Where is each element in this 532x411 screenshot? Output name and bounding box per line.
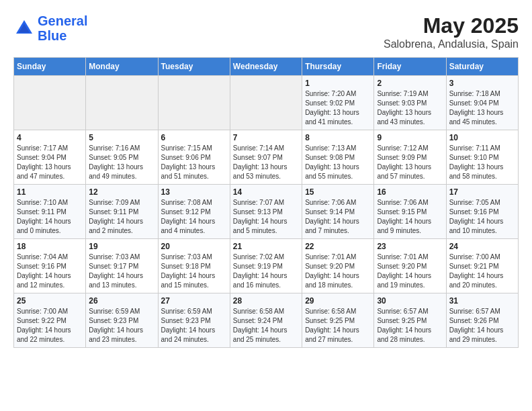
calendar-week-row: 11Sunrise: 7:10 AM Sunset: 9:11 PM Dayli… bbox=[14, 185, 519, 239]
day-content: Sunrise: 7:17 AM Sunset: 9:04 PM Dayligh… bbox=[17, 144, 83, 181]
day-number: 2 bbox=[377, 79, 443, 88]
calendar-cell bbox=[158, 76, 230, 130]
day-content: Sunrise: 7:14 AM Sunset: 9:07 PM Dayligh… bbox=[233, 144, 299, 181]
calendar-cell: 6Sunrise: 7:15 AM Sunset: 9:06 PM Daylig… bbox=[158, 130, 230, 185]
day-content: Sunrise: 6:57 AM Sunset: 9:26 PM Dayligh… bbox=[449, 307, 515, 345]
day-number: 6 bbox=[161, 133, 227, 142]
day-number: 25 bbox=[17, 296, 83, 306]
calendar-cell: 26Sunrise: 6:59 AM Sunset: 9:23 PM Dayli… bbox=[86, 293, 158, 348]
calendar-cell: 24Sunrise: 7:00 AM Sunset: 9:21 PM Dayli… bbox=[446, 239, 518, 293]
day-content: Sunrise: 7:20 AM Sunset: 9:02 PM Dayligh… bbox=[305, 89, 371, 127]
day-content: Sunrise: 7:01 AM Sunset: 9:20 PM Dayligh… bbox=[305, 253, 371, 290]
day-content: Sunrise: 7:02 AM Sunset: 9:19 PM Dayligh… bbox=[233, 253, 299, 290]
day-content: Sunrise: 7:00 AM Sunset: 9:22 PM Dayligh… bbox=[17, 307, 83, 345]
header-day-tuesday: Tuesday bbox=[158, 58, 230, 76]
calendar-cell: 17Sunrise: 7:05 AM Sunset: 9:16 PM Dayli… bbox=[446, 185, 518, 239]
day-content: Sunrise: 7:06 AM Sunset: 9:15 PM Dayligh… bbox=[377, 198, 443, 236]
day-number: 9 bbox=[377, 133, 443, 142]
calendar-week-row: 1Sunrise: 7:20 AM Sunset: 9:02 PM Daylig… bbox=[14, 76, 519, 130]
calendar-cell: 9Sunrise: 7:12 AM Sunset: 9:09 PM Daylig… bbox=[374, 130, 446, 185]
day-number: 20 bbox=[161, 242, 227, 251]
day-number: 26 bbox=[89, 296, 154, 306]
calendar-cell: 22Sunrise: 7:01 AM Sunset: 9:20 PM Dayli… bbox=[302, 239, 374, 293]
day-content: Sunrise: 7:01 AM Sunset: 9:20 PM Dayligh… bbox=[377, 253, 443, 290]
header-day-thursday: Thursday bbox=[302, 58, 374, 76]
calendar-week-row: 25Sunrise: 7:00 AM Sunset: 9:22 PM Dayli… bbox=[14, 293, 519, 348]
day-content: Sunrise: 7:16 AM Sunset: 9:05 PM Dayligh… bbox=[89, 144, 154, 181]
calendar-header-row: SundayMondayTuesdayWednesdayThursdayFrid… bbox=[14, 58, 519, 76]
day-content: Sunrise: 7:15 AM Sunset: 9:06 PM Dayligh… bbox=[161, 144, 227, 181]
calendar-cell: 4Sunrise: 7:17 AM Sunset: 9:04 PM Daylig… bbox=[14, 130, 86, 185]
calendar-table: SundayMondayTuesdayWednesdayThursdayFrid… bbox=[13, 57, 519, 348]
calendar-cell: 14Sunrise: 7:07 AM Sunset: 9:13 PM Dayli… bbox=[230, 185, 302, 239]
day-number: 5 bbox=[89, 133, 154, 142]
day-number: 12 bbox=[89, 187, 154, 197]
day-content: Sunrise: 7:11 AM Sunset: 9:10 PM Dayligh… bbox=[449, 144, 515, 181]
day-content: Sunrise: 7:12 AM Sunset: 9:09 PM Dayligh… bbox=[377, 144, 443, 181]
day-number: 22 bbox=[305, 242, 371, 251]
header-day-friday: Friday bbox=[374, 58, 446, 76]
day-number: 21 bbox=[233, 242, 299, 251]
calendar-cell bbox=[86, 76, 158, 130]
calendar-cell: 1Sunrise: 7:20 AM Sunset: 9:02 PM Daylig… bbox=[302, 76, 374, 130]
sub-title: Salobrena, Andalusia, Spain bbox=[384, 38, 519, 50]
day-number: 8 bbox=[305, 133, 371, 142]
logo-line1: General bbox=[38, 13, 87, 28]
day-number: 29 bbox=[305, 296, 371, 306]
day-number: 18 bbox=[17, 242, 83, 251]
calendar-cell: 2Sunrise: 7:19 AM Sunset: 9:03 PM Daylig… bbox=[374, 76, 446, 130]
day-content: Sunrise: 7:13 AM Sunset: 9:08 PM Dayligh… bbox=[305, 144, 371, 181]
day-content: Sunrise: 6:58 AM Sunset: 9:24 PM Dayligh… bbox=[233, 307, 299, 345]
day-content: Sunrise: 7:08 AM Sunset: 9:12 PM Dayligh… bbox=[161, 198, 227, 236]
calendar-cell: 31Sunrise: 6:57 AM Sunset: 9:26 PM Dayli… bbox=[446, 293, 518, 348]
day-number: 28 bbox=[233, 296, 299, 306]
day-number: 7 bbox=[233, 133, 299, 142]
calendar-cell bbox=[14, 76, 86, 130]
day-content: Sunrise: 7:03 AM Sunset: 9:17 PM Dayligh… bbox=[89, 253, 154, 290]
day-content: Sunrise: 7:03 AM Sunset: 9:18 PM Dayligh… bbox=[161, 253, 227, 290]
day-content: Sunrise: 6:57 AM Sunset: 9:25 PM Dayligh… bbox=[377, 307, 443, 345]
calendar-cell: 12Sunrise: 7:09 AM Sunset: 9:11 PM Dayli… bbox=[86, 185, 158, 239]
header-day-monday: Monday bbox=[86, 58, 158, 76]
calendar-cell: 11Sunrise: 7:10 AM Sunset: 9:11 PM Dayli… bbox=[14, 185, 86, 239]
calendar-cell: 25Sunrise: 7:00 AM Sunset: 9:22 PM Dayli… bbox=[14, 293, 86, 348]
day-content: Sunrise: 7:06 AM Sunset: 9:14 PM Dayligh… bbox=[305, 198, 371, 236]
calendar-cell: 30Sunrise: 6:57 AM Sunset: 9:25 PM Dayli… bbox=[374, 293, 446, 348]
day-number: 13 bbox=[161, 187, 227, 197]
day-number: 11 bbox=[17, 187, 83, 197]
calendar-cell: 23Sunrise: 7:01 AM Sunset: 9:20 PM Dayli… bbox=[374, 239, 446, 293]
day-content: Sunrise: 7:09 AM Sunset: 9:11 PM Dayligh… bbox=[89, 198, 154, 236]
calendar-cell: 15Sunrise: 7:06 AM Sunset: 9:14 PM Dayli… bbox=[302, 185, 374, 239]
main-title: May 2025 bbox=[384, 13, 519, 38]
day-number: 31 bbox=[449, 296, 515, 306]
calendar-cell: 18Sunrise: 7:04 AM Sunset: 9:16 PM Dayli… bbox=[14, 239, 86, 293]
calendar-cell: 21Sunrise: 7:02 AM Sunset: 9:19 PM Dayli… bbox=[230, 239, 302, 293]
calendar-cell: 20Sunrise: 7:03 AM Sunset: 9:18 PM Dayli… bbox=[158, 239, 230, 293]
day-content: Sunrise: 7:05 AM Sunset: 9:16 PM Dayligh… bbox=[449, 198, 515, 236]
calendar-cell: 5Sunrise: 7:16 AM Sunset: 9:05 PM Daylig… bbox=[86, 130, 158, 185]
calendar-week-row: 18Sunrise: 7:04 AM Sunset: 9:16 PM Dayli… bbox=[14, 239, 519, 293]
calendar-cell: 16Sunrise: 7:06 AM Sunset: 9:15 PM Dayli… bbox=[374, 185, 446, 239]
day-number: 15 bbox=[305, 187, 371, 197]
day-content: Sunrise: 7:00 AM Sunset: 9:21 PM Dayligh… bbox=[449, 253, 515, 290]
day-number: 16 bbox=[377, 187, 443, 197]
calendar-cell: 8Sunrise: 7:13 AM Sunset: 9:08 PM Daylig… bbox=[302, 130, 374, 185]
calendar-cell: 13Sunrise: 7:08 AM Sunset: 9:12 PM Dayli… bbox=[158, 185, 230, 239]
logo-text: General Blue bbox=[38, 13, 87, 43]
day-number: 14 bbox=[233, 187, 299, 197]
day-content: Sunrise: 6:59 AM Sunset: 9:23 PM Dayligh… bbox=[161, 307, 227, 345]
calendar-cell: 27Sunrise: 6:59 AM Sunset: 9:23 PM Dayli… bbox=[158, 293, 230, 348]
calendar-cell: 7Sunrise: 7:14 AM Sunset: 9:07 PM Daylig… bbox=[230, 130, 302, 185]
day-number: 30 bbox=[377, 296, 443, 306]
day-number: 27 bbox=[161, 296, 227, 306]
day-number: 17 bbox=[449, 187, 515, 197]
logo-icon bbox=[13, 17, 35, 39]
day-number: 10 bbox=[449, 133, 515, 142]
calendar-cell: 3Sunrise: 7:18 AM Sunset: 9:04 PM Daylig… bbox=[446, 76, 518, 130]
calendar-cell: 28Sunrise: 6:58 AM Sunset: 9:24 PM Dayli… bbox=[230, 293, 302, 348]
logo: General Blue bbox=[13, 13, 87, 43]
header-day-wednesday: Wednesday bbox=[230, 58, 302, 76]
day-number: 24 bbox=[449, 242, 515, 251]
day-content: Sunrise: 7:18 AM Sunset: 9:04 PM Dayligh… bbox=[449, 89, 515, 127]
day-number: 3 bbox=[449, 79, 515, 88]
